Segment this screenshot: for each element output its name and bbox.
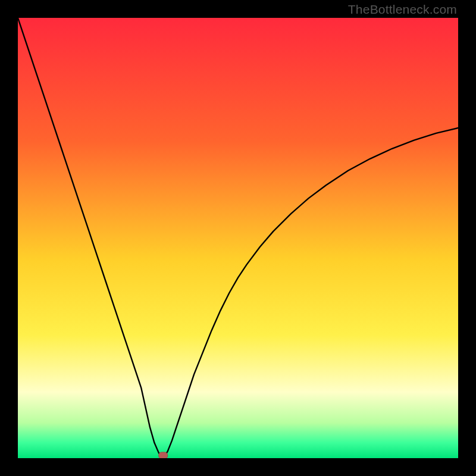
minimum-marker bbox=[159, 452, 168, 458]
plot-area bbox=[18, 18, 458, 458]
bottleneck-curve bbox=[18, 18, 458, 458]
chart-frame: TheBottleneck.com bbox=[0, 0, 476, 476]
watermark-text: TheBottleneck.com bbox=[348, 2, 457, 17]
curve-layer bbox=[18, 18, 458, 458]
